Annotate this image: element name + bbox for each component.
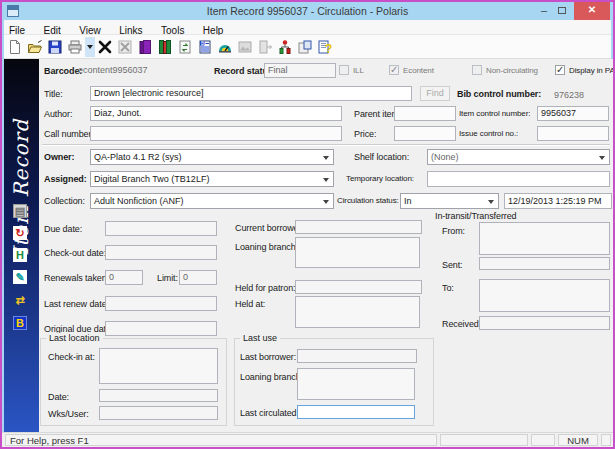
printer-icon[interactable]: ▤ bbox=[13, 204, 27, 218]
in-transit-from-box bbox=[479, 222, 610, 255]
collection-select[interactable]: Adult Nonfiction (ANF) bbox=[90, 193, 334, 209]
notes-icon[interactable]: ✎ bbox=[13, 270, 27, 284]
window-title: Item Record 9956037 - Circulation - Pola… bbox=[2, 2, 613, 20]
print-icon[interactable] bbox=[65, 37, 85, 57]
print-options-icon[interactable] bbox=[85, 37, 95, 57]
svg-text:?: ? bbox=[325, 42, 332, 55]
assigned-select[interactable]: Digital Branch Two (TB12LF) bbox=[90, 171, 334, 187]
minimize-button[interactable]: – bbox=[536, 2, 552, 20]
in-transit-sent-label: Sent: bbox=[442, 260, 463, 270]
current-borrower-label: Current borrower: bbox=[235, 223, 304, 233]
circulation-status-select[interactable]: In bbox=[400, 193, 499, 209]
last-use-title: Last use bbox=[240, 333, 280, 343]
refresh-record-icon[interactable] bbox=[175, 37, 195, 57]
renewals-taken-label: Renewals taken: bbox=[44, 273, 109, 283]
shelf-location-select[interactable]: (None) bbox=[427, 149, 610, 165]
last-renew-date-field bbox=[105, 296, 217, 311]
last-renew-date-label: Last renew date: bbox=[44, 299, 109, 309]
check-in-at-label: Check-in at: bbox=[48, 352, 95, 362]
bib-record-icon[interactable]: B bbox=[13, 316, 27, 330]
owner-select[interactable]: QA-Plato 4.1 R2 (sys) bbox=[90, 149, 334, 165]
last-borrower-field bbox=[297, 349, 417, 363]
undo-delete-icon bbox=[115, 37, 135, 57]
display-in-pac-checkbox[interactable] bbox=[555, 65, 565, 75]
item-record-window: Item Record 9956037 - Circulation - Pola… bbox=[0, 0, 615, 449]
loaning-branch-label: Loaning branch: bbox=[235, 242, 298, 252]
statistics-gauge-icon[interactable] bbox=[215, 37, 235, 57]
in-transit-received-field bbox=[479, 316, 610, 330]
open-icon[interactable] bbox=[25, 37, 45, 57]
transfer-icon[interactable]: ⇄ bbox=[13, 294, 27, 308]
display-in-pac-label: Display in PAC bbox=[569, 66, 615, 75]
item-record-form: Barcode: econtent9956037 Record status: … bbox=[39, 59, 613, 432]
econtent-label: Econtent bbox=[403, 66, 434, 75]
temporary-location-field[interactable] bbox=[427, 171, 610, 187]
parent-item-field[interactable] bbox=[394, 106, 456, 121]
last-circulated-label: Last circulated: bbox=[240, 408, 299, 418]
num-lock-indicator: NUM bbox=[558, 434, 598, 446]
item-record-icon[interactable] bbox=[135, 37, 155, 57]
limit-field: 0 bbox=[179, 270, 217, 285]
item-control-number-field: 9956037 bbox=[537, 106, 609, 121]
renew-icon[interactable]: ↻ bbox=[13, 226, 27, 240]
in-transit-received-label: Received: bbox=[442, 319, 481, 329]
check-out-date-field bbox=[105, 245, 217, 260]
bib-records-icon[interactable] bbox=[155, 37, 175, 57]
bib-display-icon[interactable]: B bbox=[195, 37, 215, 57]
menu-bar: File Edit View Links Tools Help bbox=[2, 20, 613, 35]
original-due-date-field bbox=[105, 321, 217, 336]
bib-control-number-value: 976238 bbox=[551, 89, 611, 104]
picture-icon bbox=[235, 37, 255, 57]
svg-text:B: B bbox=[201, 41, 204, 46]
title-field[interactable]: Drown [electronic resource] bbox=[90, 86, 412, 101]
delete-icon[interactable] bbox=[95, 37, 115, 57]
save-icon[interactable] bbox=[45, 37, 65, 57]
loaning-branch-box bbox=[295, 237, 420, 268]
circulation-status-date: 12/19/2013 1:25:19 PM bbox=[504, 193, 612, 209]
issue-control-no-field[interactable] bbox=[537, 126, 609, 141]
price-field[interactable] bbox=[394, 126, 456, 141]
record-status-field: Final bbox=[264, 63, 336, 78]
in-transit-title: In-transit/Transferred bbox=[435, 211, 517, 221]
workform-sidebar: Item Record ▤ ↻ H ✎ ⇄ B bbox=[4, 59, 39, 432]
issue-control-no-label: Issue control no.: bbox=[459, 129, 518, 138]
temporary-location-label: Temporary location: bbox=[346, 174, 414, 183]
new-record-icon[interactable] bbox=[5, 37, 25, 57]
held-for-patron-field bbox=[295, 280, 422, 294]
toolbar: B ? bbox=[2, 35, 613, 59]
bib-control-number-label: Bib control number: bbox=[457, 89, 541, 99]
linked-records-icon[interactable] bbox=[275, 37, 295, 57]
circulation-status-label: Circulation status: bbox=[337, 196, 399, 205]
holds-icon[interactable]: H bbox=[13, 248, 27, 262]
find-button: Find bbox=[420, 86, 450, 101]
properties-icon[interactable] bbox=[295, 37, 315, 57]
last-location-date-field bbox=[99, 389, 218, 402]
close-button[interactable]: ✕ bbox=[574, 2, 610, 20]
call-number-label: Call number: bbox=[44, 129, 94, 139]
status-message: For Help, press F1 bbox=[5, 434, 437, 446]
owner-label: Owner: bbox=[44, 152, 74, 162]
assigned-label: Assigned: bbox=[44, 174, 87, 184]
current-borrower-field bbox=[295, 220, 422, 234]
shelf-location-label: Shelf location: bbox=[354, 152, 409, 162]
last-use-loaning-branch-label: Loaning branch: bbox=[240, 372, 303, 382]
last-circulated-field bbox=[297, 405, 415, 419]
maximize-button[interactable] bbox=[554, 2, 570, 20]
item-control-number-label: Item control number: bbox=[459, 109, 530, 118]
help-icon[interactable]: ? bbox=[315, 37, 335, 57]
ill-checkbox bbox=[339, 65, 349, 75]
last-location-date-label: Date: bbox=[48, 392, 69, 402]
author-label: Author: bbox=[44, 109, 72, 119]
status-panel-2 bbox=[531, 434, 555, 446]
check-out-date-label: Check-out date: bbox=[44, 248, 106, 258]
status-panel-1 bbox=[440, 434, 528, 446]
author-field[interactable]: Diaz, Junot. bbox=[90, 106, 342, 121]
non-circulating-checkbox bbox=[472, 65, 482, 75]
title-bar: Item Record 9956037 - Circulation - Pola… bbox=[2, 2, 613, 20]
last-use-loaning-branch-box bbox=[297, 368, 415, 400]
call-number-field[interactable] bbox=[90, 126, 342, 141]
renewals-taken-field: 0 bbox=[105, 270, 143, 285]
wks-user-field bbox=[99, 406, 218, 420]
last-borrower-label: Last borrower: bbox=[240, 352, 296, 362]
status-panel-3 bbox=[601, 434, 611, 446]
